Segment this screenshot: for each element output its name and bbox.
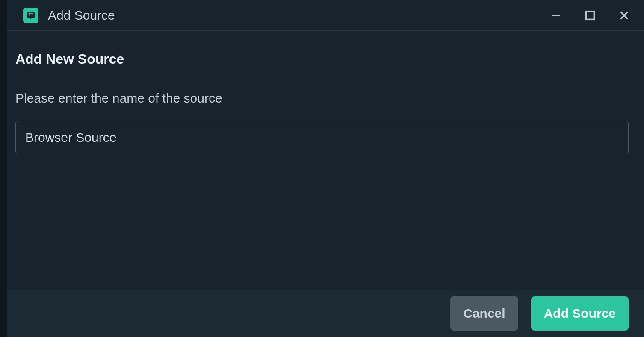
add-source-button[interactable]: Add Source (531, 296, 629, 331)
window-title: Add Source (48, 8, 549, 23)
minimize-button[interactable] (549, 9, 563, 22)
source-name-input[interactable] (15, 121, 629, 154)
svg-rect-3 (29, 13, 33, 14)
dialog-footer: Cancel Add Source (0, 290, 644, 337)
svg-point-2 (32, 14, 33, 15)
svg-rect-5 (586, 11, 594, 19)
close-button[interactable] (617, 9, 631, 22)
dialog-heading: Add New Source (15, 51, 629, 67)
app-icon (23, 8, 38, 23)
dialog-prompt: Please enter the name of the source (15, 91, 629, 105)
dialog-content: Add New Source Please enter the name of … (0, 31, 644, 290)
cancel-button[interactable]: Cancel (450, 296, 518, 331)
svg-point-1 (29, 14, 30, 15)
maximize-button[interactable] (583, 9, 597, 22)
window-left-edge (0, 0, 7, 337)
titlebar: Add Source (0, 0, 644, 31)
window-controls (549, 9, 631, 22)
svg-rect-0 (27, 12, 35, 18)
